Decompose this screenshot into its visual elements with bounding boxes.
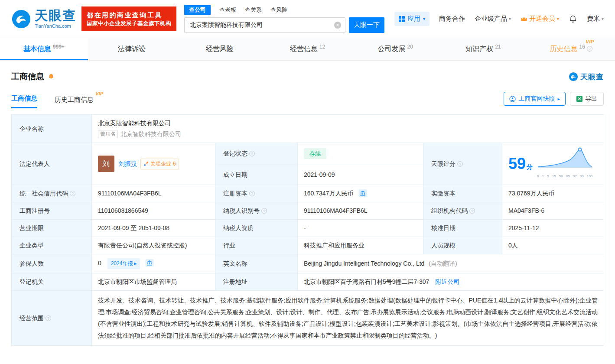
search-input[interactable] bbox=[184, 17, 345, 33]
field-value-english-name: Beijing Jingdu Intelligent Technology Co… bbox=[298, 254, 604, 273]
notification-bell-icon[interactable] bbox=[569, 15, 577, 23]
field-value-taxpayer-quality: - bbox=[298, 220, 423, 237]
status-badge: 存续 bbox=[304, 148, 326, 159]
row-insured: 参保人数 0 2024年报 ▸ 英文名称 Beijing Jingdu Inte… bbox=[12, 254, 604, 273]
tab-operating-info[interactable]: 经营信息12 bbox=[264, 38, 351, 60]
logo-swirl-icon bbox=[11, 9, 31, 29]
arrow-right-icon: ▸ bbox=[557, 96, 560, 102]
tianyan-score: 59分 bbox=[508, 156, 533, 172]
search-area: 查公司 查老板 查关系 查风险 × 天眼一下 bbox=[184, 5, 384, 33]
apps-menu[interactable]: 应用 ▾ bbox=[394, 12, 430, 26]
brand-name: 天眼查 bbox=[35, 9, 76, 22]
subscribe-bell-icon[interactable] bbox=[48, 73, 55, 80]
bank-icon[interactable] bbox=[358, 189, 367, 197]
help-icon[interactable]: ? bbox=[46, 315, 51, 321]
field-value-term: 2021-09-09 至 2051-09-08 bbox=[92, 220, 215, 237]
field-label-company-type: 企业类型 bbox=[12, 237, 92, 254]
help-icon[interactable]: ? bbox=[469, 208, 475, 214]
company-name: 北京案牍智能科技有限公司 bbox=[98, 119, 598, 128]
vip-badge: VIP bbox=[95, 91, 103, 96]
legal-rep-link[interactable]: 刘振汉 bbox=[119, 159, 137, 169]
help-icon[interactable]: ? bbox=[249, 151, 255, 156]
field-label-english-name: 英文名称 bbox=[215, 254, 298, 273]
search-tab-risk[interactable]: 查风险 bbox=[270, 5, 287, 15]
field-value-address: 北京市朝阳区百子湾路石门村5号9幢二层7-307 附近公司 bbox=[298, 273, 604, 291]
field-value-taxpayer-id: 91110106MA04F3FB6L bbox=[298, 202, 423, 220]
tab-basic-info[interactable]: 基本信息999+ bbox=[0, 38, 88, 60]
field-value-reg-no: 110106031866549 bbox=[92, 202, 215, 220]
help-icon[interactable]: ? bbox=[457, 161, 463, 167]
auto-translate-note: (自动翻译) bbox=[429, 260, 457, 267]
row-uscc: 统一社会信用代码? 91110106MA04F3FB6L 注册资本? 160.7… bbox=[12, 185, 604, 202]
grid-icon bbox=[399, 16, 405, 22]
row-company-name: 企业名称 北京案牍智能科技有限公司 曾用名 北京智牍科技有限公司 bbox=[12, 115, 604, 143]
legal-rep-avatar[interactable]: 刘 bbox=[98, 156, 114, 172]
search-tab-boss[interactable]: 查老板 bbox=[219, 5, 236, 15]
row-type: 企业类型 有限责任公司(自然人投资或控股) 行业 科技推广和应用服务业 人员规模… bbox=[12, 237, 604, 254]
tianyancha-logo[interactable]: 天眼查 TianYanCha.com bbox=[11, 9, 76, 29]
tab-operating-risk[interactable]: 经营风险 bbox=[176, 38, 264, 60]
nav-open-vip[interactable]: 开通会员 ▾ bbox=[521, 15, 559, 23]
field-value-org-code: MA04F3FB-6 bbox=[502, 202, 604, 220]
field-value-uscc: 91110106MA04F3FB6L bbox=[92, 185, 215, 202]
help-icon[interactable]: ? bbox=[70, 191, 75, 196]
field-label-registry: 登记机关 bbox=[12, 273, 92, 291]
field-value-scope: 技术开发、技术咨询、技术转让、技术推广、技术服务;基础软件服务;应用软件服务;计… bbox=[92, 291, 604, 346]
section-title: 工商信息 bbox=[11, 71, 44, 82]
field-value-paid-capital: 73.0769万人民币 bbox=[502, 185, 604, 202]
subtab-business-info[interactable]: 工商信息 bbox=[11, 94, 37, 108]
search-button[interactable]: 天眼一下 bbox=[349, 17, 384, 33]
former-name-tag: 曾用名 bbox=[98, 130, 118, 138]
official-snapshot-button[interactable]: 工商官网快照 ▸ bbox=[504, 92, 566, 106]
field-value-legal-rep: 刘 刘振汉 关联企业 6 bbox=[92, 143, 215, 185]
subtab-history-business-info[interactable]: 历史工商信息 VIP bbox=[55, 96, 94, 108]
promo-line-2: 国家中小企业发展子基金旗下机构 bbox=[87, 20, 171, 27]
field-label-taxpayer-quality: 纳税人资质 bbox=[215, 220, 298, 237]
search-tab-company[interactable]: 查公司 bbox=[184, 5, 211, 15]
site-header: 天眼查 TianYanCha.com 都在用的商业查询工具 国家中小企业发展子基… bbox=[0, 0, 615, 38]
field-label-scope: 经营范围? bbox=[12, 291, 92, 346]
bank-icon[interactable] bbox=[145, 259, 154, 266]
tab-company-development[interactable]: 公司发展20 bbox=[351, 38, 439, 60]
nav-enterprise-products[interactable]: 企业级产品 ▾ bbox=[475, 15, 511, 23]
snapshot-icon bbox=[509, 96, 516, 102]
row-business-scope: 经营范围? 技术开发、技术咨询、技术转让、技术推广、技术服务;基础软件服务;应用… bbox=[12, 291, 604, 346]
row-term: 营业期限 2021-09-09 至 2051-09-08 纳税人资质 - 核准日… bbox=[12, 220, 604, 237]
field-value-company-type: 有限责任公司(自然人投资或控股) bbox=[92, 237, 215, 254]
field-label-paid-capital: 实缴资本 bbox=[423, 185, 502, 202]
excel-icon bbox=[576, 96, 582, 102]
tab-history-info[interactable]: VIP 历史信息 16 ? bbox=[527, 38, 615, 60]
help-icon[interactable]: ? bbox=[587, 46, 592, 52]
search-tab-relation[interactable]: 查关系 bbox=[245, 5, 262, 15]
help-icon[interactable]: ? bbox=[249, 191, 255, 196]
field-value-approval-date: 2025-11-12 bbox=[502, 220, 604, 237]
tab-intellectual-property[interactable]: 知识产权21 bbox=[439, 38, 527, 60]
search-box: × bbox=[184, 17, 345, 33]
nearby-companies-link[interactable]: 附近公司 bbox=[435, 278, 459, 285]
field-label-company-name: 企业名称 bbox=[12, 115, 92, 143]
related-companies-badge[interactable]: 关联企业 6 bbox=[140, 159, 179, 169]
arrow-right-icon: ▸ bbox=[134, 259, 137, 268]
field-label-score: 天眼评分? bbox=[423, 143, 502, 185]
search-tabs: 查公司 查老板 查关系 查风险 bbox=[184, 5, 384, 15]
field-label-reg-status: 登记状态? bbox=[215, 143, 298, 165]
annual-report-badge[interactable]: 2024年报 ▸ bbox=[107, 258, 140, 269]
field-label-term: 营业期限 bbox=[12, 220, 92, 237]
field-label-insured: 参保人数 bbox=[12, 254, 92, 273]
tab-legal-proceedings[interactable]: 法律诉讼 bbox=[88, 38, 176, 60]
export-button[interactable]: 导出 bbox=[570, 92, 604, 106]
field-value-staff-size: 0人 bbox=[502, 237, 604, 254]
field-label-uscc: 统一社会信用代码? bbox=[12, 185, 92, 202]
brand-domain: TianYanCha.com bbox=[35, 23, 76, 29]
vip-badge: VIP bbox=[586, 39, 594, 44]
nav-user-menu[interactable]: 费米 ▾ bbox=[587, 15, 604, 23]
business-scope-text: 技术开发、技术咨询、技术转让、技术推广、技术服务;基础软件服务;应用软件服务;计… bbox=[98, 295, 598, 341]
field-value-score: 59分 015 155085 9799100 bbox=[502, 143, 604, 185]
nav-business-cooperation[interactable]: 商务合作 bbox=[439, 15, 465, 23]
business-info-table: 企业名称 北京案牍智能科技有限公司 曾用名 北京智牍科技有限公司 法定代表人 刘… bbox=[11, 114, 604, 346]
username: 费米 bbox=[587, 15, 600, 23]
crown-icon bbox=[521, 16, 527, 22]
clear-search-icon[interactable]: × bbox=[334, 22, 341, 29]
former-name: 北京智牍科技有限公司 bbox=[120, 130, 181, 139]
help-icon[interactable]: ? bbox=[261, 208, 267, 214]
